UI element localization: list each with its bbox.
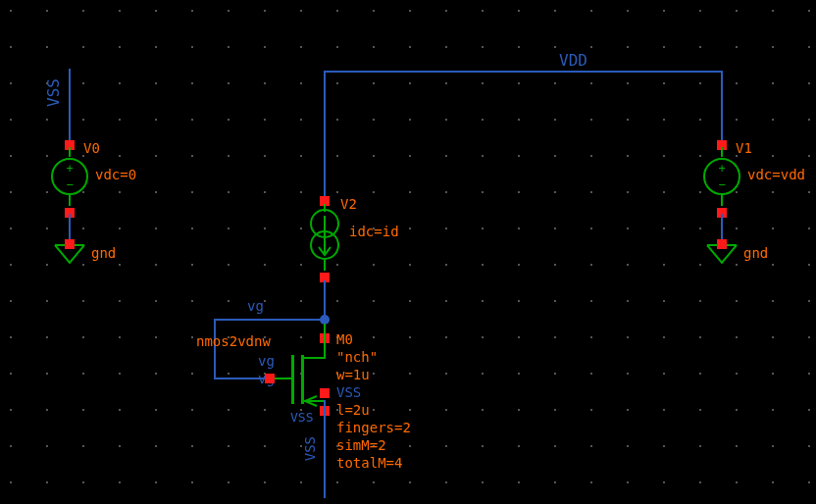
wire-vg-v[interactable] bbox=[214, 319, 216, 379]
label-mos-bulk-net: VSS bbox=[336, 384, 361, 400]
mos-drain-leg-h bbox=[303, 357, 325, 359]
net-label-vdd: VDD bbox=[559, 51, 587, 70]
net-label-vg-top: vg bbox=[247, 298, 264, 314]
mos-gate-plate bbox=[291, 355, 294, 404]
schematic-canvas[interactable]: (function(){ document.write('<div id="gr… bbox=[0, 0, 816, 504]
label-v0-name: V0 bbox=[83, 140, 100, 156]
label-mos-cell: nmos2vdnw bbox=[196, 333, 271, 349]
net-label-vss-b: VSS bbox=[302, 436, 318, 461]
vsource-v1[interactable]: + − bbox=[701, 147, 742, 206]
label-mos-totalm: totalM=4 bbox=[336, 455, 402, 471]
label-mos-gate-net-a: vg bbox=[258, 353, 275, 369]
pin-mos-gate[interactable] bbox=[265, 374, 275, 383]
pin-mos-bulk[interactable] bbox=[320, 388, 330, 398]
mos-drain-leg-v bbox=[324, 324, 326, 359]
svg-text:+: + bbox=[718, 162, 725, 176]
net-label-vss: VSS bbox=[44, 78, 63, 107]
wire-vss[interactable] bbox=[69, 69, 71, 142]
label-mos-w: w=1u bbox=[336, 367, 370, 382]
label-gnd-right: gnd bbox=[743, 245, 768, 261]
label-mos-simm: simM=2 bbox=[336, 437, 386, 453]
gnd-right[interactable] bbox=[703, 245, 740, 275]
label-mos-l: l=2u bbox=[336, 402, 370, 418]
label-gnd-left: gnd bbox=[91, 245, 116, 261]
label-v0-param: vdc=0 bbox=[95, 167, 136, 182]
mos-gate-wire bbox=[275, 378, 292, 379]
svg-text:−: − bbox=[718, 177, 725, 191]
label-i2-name: V2 bbox=[340, 196, 357, 212]
isource-v2[interactable] bbox=[304, 204, 345, 271]
label-mos-model: "nch" bbox=[336, 349, 378, 365]
vsource-v0[interactable]: + − bbox=[49, 147, 90, 206]
wire-drain[interactable] bbox=[324, 280, 326, 320]
pin-gnd-right[interactable] bbox=[717, 239, 727, 249]
wire-vdd-mid[interactable] bbox=[324, 71, 326, 198]
gnd-left[interactable] bbox=[51, 245, 88, 275]
wire-vdd-top[interactable] bbox=[324, 71, 723, 73]
wire-source-vss[interactable] bbox=[324, 400, 326, 498]
net-label-vss-a: VSS bbox=[290, 410, 313, 425]
label-mos-name: M0 bbox=[336, 331, 353, 347]
label-v1-param: vdc=vdd bbox=[747, 167, 805, 182]
wire-vg-h1[interactable] bbox=[214, 319, 324, 321]
pin-gnd-left[interactable] bbox=[65, 239, 75, 249]
svg-text:+: + bbox=[66, 162, 73, 176]
label-mos-fingers: fingers=2 bbox=[336, 420, 411, 435]
svg-text:−: − bbox=[66, 177, 73, 191]
label-v1-name: V1 bbox=[736, 140, 752, 156]
mos-arrow-icon bbox=[303, 394, 319, 408]
wire-vdd-right[interactable] bbox=[721, 71, 723, 144]
label-i2-param: idc=id bbox=[349, 224, 399, 239]
